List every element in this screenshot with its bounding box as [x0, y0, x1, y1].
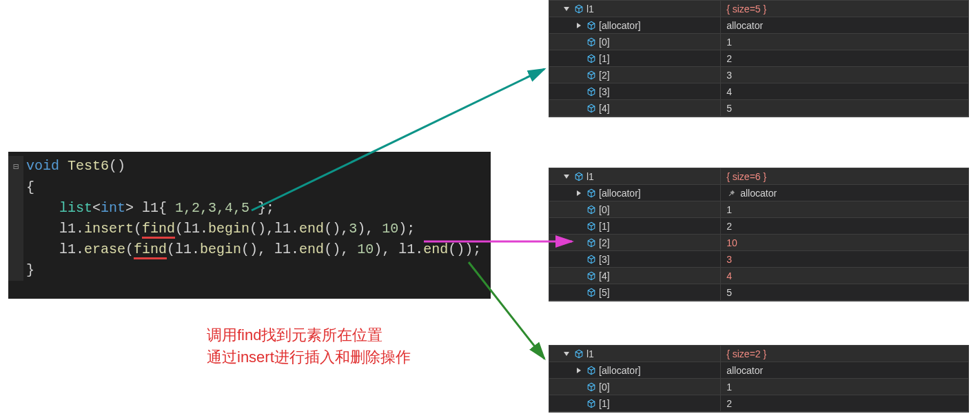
code-line-6: } — [8, 260, 491, 281]
watch1-varname: l1 — [586, 3, 594, 14]
watch1-allocator-label: [allocator] — [599, 20, 641, 31]
cube-icon — [586, 366, 596, 375]
watch3-allocator[interactable]: [allocator] allocator — [549, 362, 968, 379]
collapse-icon[interactable] — [574, 188, 584, 198]
watch2-size: { size=6 } — [726, 171, 766, 182]
spacer — [574, 255, 584, 264]
cube-icon — [586, 271, 596, 281]
pin-icon[interactable] — [726, 188, 736, 198]
expand-icon[interactable] — [562, 4, 571, 14]
watch1-item-value: 3 — [726, 70, 732, 81]
watch2-root[interactable]: l1 { size=6 } — [549, 168, 968, 185]
collapse-icon[interactable] — [574, 366, 584, 375]
watch2-item[interactable]: [0]1 — [549, 201, 968, 218]
watch1-allocator[interactable]: [allocator] allocator — [549, 17, 968, 34]
spacer — [574, 288, 584, 297]
spacer — [574, 87, 584, 97]
annotation-line-1: 调用find找到元素所在位置 — [207, 324, 411, 346]
cube-icon — [586, 288, 596, 297]
cube-icon — [586, 21, 596, 30]
cube-icon — [586, 87, 596, 97]
cube-icon — [586, 70, 596, 80]
watch2-item-key: [0] — [599, 204, 610, 215]
code-editor[interactable]: ⊟void Test6() { list<int> l1{ 1,2,3,4,5 … — [8, 152, 491, 299]
cube-icon — [574, 172, 584, 181]
expand-icon[interactable] — [562, 172, 571, 181]
watch1-item-value: 5 — [726, 103, 732, 114]
watch1-size: { size=5 } — [726, 3, 766, 14]
watch-panel-2[interactable]: l1 { size=6 } [allocator] allocator [0]1… — [549, 168, 969, 301]
watch-panel-1[interactable]: l1 { size=5 } [allocator] allocator [0]1… — [549, 0, 969, 117]
watch1-item[interactable]: [4]5 — [549, 100, 968, 117]
code-line-4: l1.insert(find(l1.begin(),l1.end(),3), 1… — [8, 219, 491, 239]
watch1-root[interactable]: l1 { size=5 } — [549, 1, 968, 17]
watch3-allocator-label: [allocator] — [599, 365, 641, 376]
code-line-2: { — [8, 177, 491, 198]
watch2-item-key: [5] — [599, 287, 610, 298]
watch1-item-key: [0] — [599, 37, 610, 48]
cube-icon — [586, 399, 596, 408]
cube-icon — [586, 188, 596, 198]
cube-icon — [586, 54, 596, 63]
watch2-item-value: 10 — [726, 237, 737, 248]
watch1-item[interactable]: [0]1 — [549, 34, 968, 50]
watch1-item-key: [3] — [599, 86, 610, 97]
code-line-1: ⊟void Test6() — [8, 156, 491, 177]
watch2-varname: l1 — [586, 171, 594, 182]
watch2-item[interactable]: [2]10 — [549, 235, 968, 251]
watch1-item-value: 4 — [726, 86, 732, 97]
cube-icon — [586, 103, 596, 113]
spacer — [574, 70, 584, 80]
watch3-item[interactable]: [0]1 — [549, 379, 968, 395]
spacer — [574, 103, 584, 113]
watch2-item[interactable]: [1]2 — [549, 218, 968, 235]
watch1-allocator-value: allocator — [726, 20, 763, 31]
watch2-item[interactable]: [3]3 — [549, 251, 968, 268]
watch1-item-key: [1] — [599, 53, 610, 64]
watch1-item-key: [4] — [599, 103, 610, 114]
watch1-item-value: 2 — [726, 53, 732, 64]
watch2-item-key: [1] — [599, 221, 610, 232]
watch2-allocator[interactable]: [allocator] allocator — [549, 185, 968, 201]
code-line-5: l1.erase(find(l1.begin(), l1.end(), 10),… — [8, 239, 491, 260]
watch1-item-key: [2] — [599, 70, 610, 81]
spacer — [574, 54, 584, 63]
watch1-item[interactable]: [2]3 — [549, 67, 968, 83]
cube-icon — [586, 37, 596, 47]
watch3-item[interactable]: [1]2 — [549, 395, 968, 412]
watch3-item-key: [1] — [599, 398, 610, 409]
watch1-item-value: 1 — [726, 37, 732, 48]
watch2-item-value: 4 — [726, 270, 732, 281]
collapse-icon[interactable] — [574, 21, 584, 30]
spacer — [574, 205, 584, 215]
cube-icon — [586, 221, 596, 231]
code-line-3: list<int> l1{ 1,2,3,4,5 }; — [8, 198, 491, 219]
watch2-allocator-value: allocator — [740, 188, 777, 199]
watch3-allocator-value: allocator — [726, 365, 763, 376]
watch2-item[interactable]: [4]4 — [549, 268, 968, 284]
watch2-item-key: [4] — [599, 270, 610, 281]
spacer — [574, 382, 584, 392]
cube-icon — [586, 255, 596, 264]
cube-icon — [574, 4, 584, 14]
watch1-item[interactable]: [3]4 — [549, 83, 968, 100]
watch3-size: { size=2 } — [726, 348, 766, 359]
watch2-item-value: 3 — [726, 254, 732, 265]
expand-icon[interactable] — [562, 349, 571, 359]
watch2-item-value: 1 — [726, 204, 732, 215]
watch3-item-value: 1 — [726, 382, 732, 393]
cube-icon — [586, 205, 596, 215]
spacer — [574, 37, 584, 47]
annotation-text: 调用find找到元素所在位置 通过insert进行插入和删除操作 — [207, 324, 411, 368]
spacer — [574, 238, 584, 248]
watch2-item[interactable]: [5]5 — [549, 284, 968, 301]
spacer — [574, 271, 584, 281]
spacer — [574, 399, 584, 408]
annotation-line-2: 通过insert进行插入和删除操作 — [207, 346, 411, 368]
watch1-item[interactable]: [1]2 — [549, 50, 968, 67]
watch-panel-3[interactable]: l1 { size=2 } [allocator] allocator [0]1… — [549, 345, 969, 413]
cube-icon — [586, 382, 596, 392]
watch3-root[interactable]: l1 { size=2 } — [549, 346, 968, 362]
watch2-item-key: [2] — [599, 237, 610, 248]
watch2-item-key: [3] — [599, 254, 610, 265]
